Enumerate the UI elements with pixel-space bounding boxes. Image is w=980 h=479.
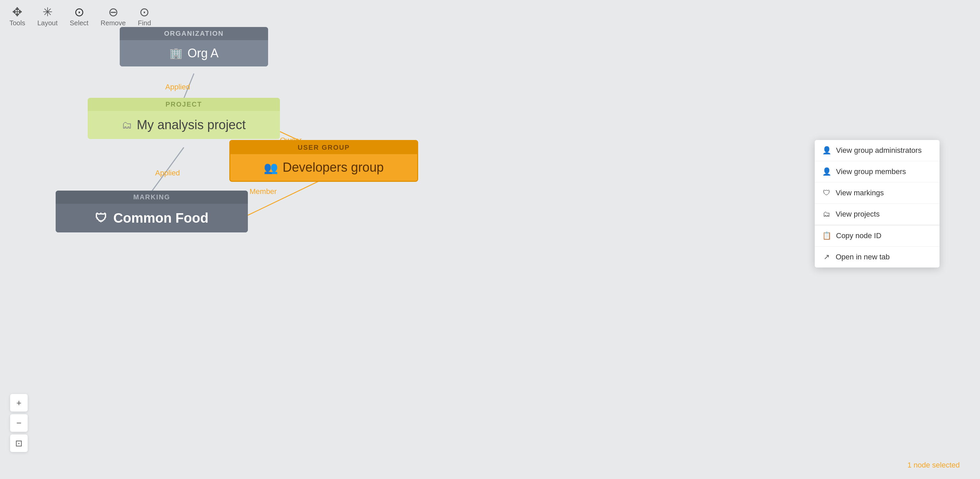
marking-node-body: 🛡 Common Food: [56, 204, 248, 232]
marking-node[interactable]: MARKING 🛡 Common Food: [56, 191, 248, 232]
svg-line-1: [152, 147, 184, 191]
project-node-header: PROJECT: [88, 98, 280, 111]
edge-label-applied2: Applied: [155, 169, 180, 177]
tools-icon: ✥: [12, 6, 22, 18]
zoom-in-icon: +: [16, 398, 21, 408]
ctx-copy-label: Copy node ID: [836, 231, 881, 240]
org-icon: 🏢: [169, 47, 183, 60]
ctx-view-projects[interactable]: 🗂 View projects: [815, 204, 940, 225]
ctx-projects-icon: 🗂: [822, 210, 831, 219]
marking-icon: 🛡: [95, 211, 107, 225]
zoom-in-button[interactable]: +: [10, 394, 28, 412]
ctx-open-icon: ↗: [822, 253, 831, 261]
tools-button[interactable]: ✥ Tools: [3, 3, 31, 30]
usergroup-node-body: 👥 Developers group: [230, 154, 417, 181]
project-node-body: 🗂 My analysis project: [88, 111, 280, 139]
ctx-open-new-tab[interactable]: ↗ Open in new tab: [815, 247, 940, 267]
usergroup-node[interactable]: USER GROUP 👥 Developers group: [229, 140, 418, 182]
find-icon: ⊙: [139, 6, 150, 18]
usergroup-node-header: USER GROUP: [230, 141, 417, 154]
ctx-members-label: View group members: [836, 167, 906, 176]
canvas: Applied Applied Owner Member ORGANIZATIO…: [0, 0, 980, 479]
zoom-fit-button[interactable]: ⊡: [10, 434, 28, 452]
status-text: 1 node selected: [907, 461, 960, 469]
select-button[interactable]: ⊙ Select: [64, 3, 95, 30]
org-node-name: Org A: [188, 46, 218, 60]
ctx-markings-label: View markings: [836, 189, 884, 197]
ctx-members-icon: 👤: [822, 167, 831, 176]
ctx-view-markings[interactable]: 🛡 View markings: [815, 183, 940, 204]
status-bar: 1 node selected: [907, 461, 960, 469]
ctx-projects-label: View projects: [836, 210, 880, 219]
select-icon: ⊙: [74, 6, 84, 18]
toolbar: ✥ Tools ✳ Layout ⊙ Select ⊖ Remove ⊙ Fin…: [0, 0, 161, 33]
context-menu: 👤 View group administrators 👤 View group…: [815, 140, 940, 267]
remove-button[interactable]: ⊖ Remove: [94, 3, 132, 30]
usergroup-node-name: Developers group: [283, 160, 384, 175]
ctx-admins-label: View group administrators: [836, 146, 922, 155]
marking-node-header: MARKING: [56, 191, 248, 204]
project-node-name: My analysis project: [137, 118, 245, 132]
edge-label-applied1: Applied: [165, 83, 190, 91]
usergroup-icon: 👥: [264, 161, 278, 174]
find-button[interactable]: ⊙ Find: [132, 3, 157, 30]
layout-button[interactable]: ✳ Layout: [31, 3, 64, 30]
zoom-controls: + − ⊡: [10, 394, 28, 452]
ctx-copy-icon: 📋: [822, 231, 831, 240]
edge-label-member: Member: [250, 187, 277, 196]
ctx-view-members[interactable]: 👤 View group members: [815, 161, 940, 183]
project-node[interactable]: PROJECT 🗂 My analysis project: [88, 98, 280, 139]
zoom-out-icon: −: [16, 418, 21, 428]
remove-icon: ⊖: [108, 6, 118, 18]
ctx-open-label: Open in new tab: [836, 253, 889, 261]
ctx-admins-icon: 👤: [822, 146, 831, 155]
layout-icon: ✳: [43, 6, 52, 18]
svg-line-0: [184, 73, 194, 99]
svg-line-3: [248, 179, 324, 215]
zoom-out-button[interactable]: −: [10, 414, 28, 432]
ctx-view-admins[interactable]: 👤 View group administrators: [815, 140, 940, 161]
project-icon: 🗂: [122, 119, 132, 131]
ctx-markings-icon: 🛡: [822, 189, 831, 197]
ctx-copy-node-id[interactable]: 📋 Copy node ID: [815, 225, 940, 247]
zoom-fit-icon: ⊡: [15, 438, 22, 449]
org-node-body: 🏢 Org A: [120, 40, 268, 67]
marking-node-name: Common Food: [113, 210, 208, 226]
